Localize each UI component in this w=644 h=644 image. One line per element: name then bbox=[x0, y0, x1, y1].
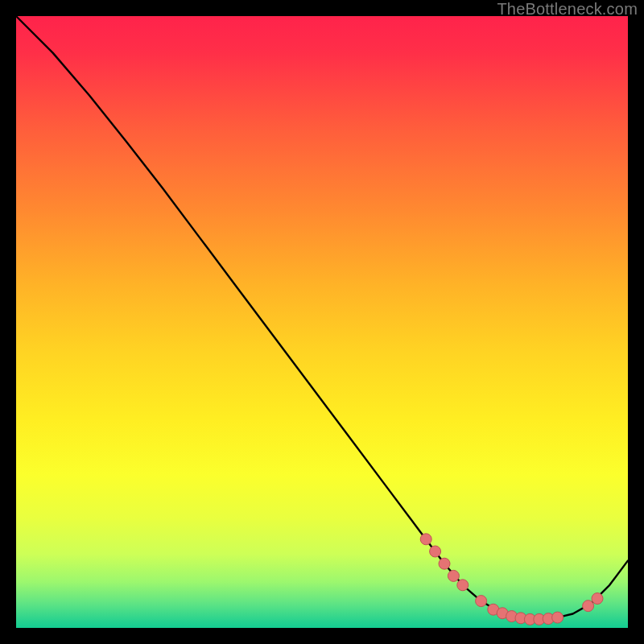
curve-marker bbox=[457, 580, 469, 591]
curve-layer bbox=[16, 16, 628, 628]
curve-marker bbox=[476, 596, 487, 607]
curve-marker bbox=[430, 546, 441, 557]
curve-marker bbox=[583, 601, 594, 612]
curve-marker bbox=[420, 534, 431, 545]
bottleneck-curve bbox=[16, 16, 628, 619]
curve-marker bbox=[439, 558, 450, 569]
chart-stage: TheBottleneck.com bbox=[0, 0, 644, 644]
curve-marker bbox=[592, 593, 603, 605]
curve-marker bbox=[552, 612, 564, 623]
curve-marker bbox=[448, 570, 459, 581]
plot-area bbox=[16, 16, 628, 628]
